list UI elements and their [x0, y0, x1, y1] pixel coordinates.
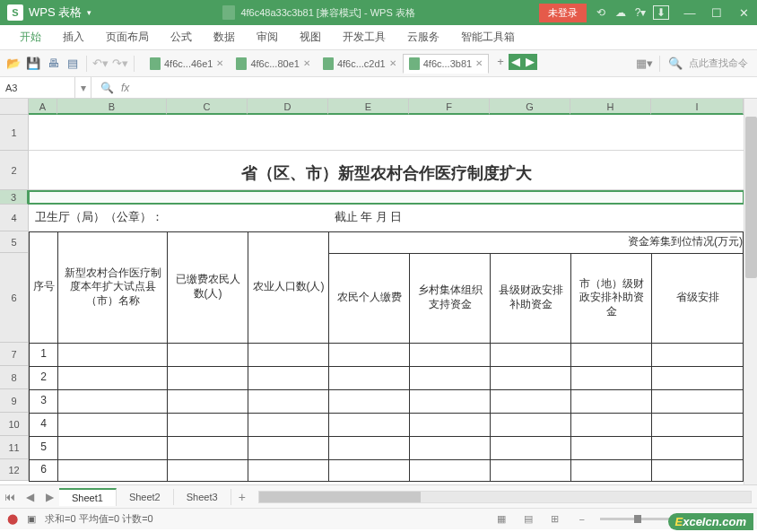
table-row[interactable]: 2 — [30, 366, 744, 389]
cloud-icon[interactable]: ☁ — [613, 5, 628, 20]
scrollbar-thumb[interactable] — [745, 117, 757, 278]
sheet-content[interactable]: 省（区、市）新型农村合作医疗制度扩大 卫生厅（局）（公章）： 截止 年 月 日 … — [29, 115, 744, 482]
horizontal-scrollbar[interactable] — [258, 491, 752, 503]
toolbar-separator — [659, 56, 660, 72]
search-fx-icon[interactable]: 🔍 — [100, 82, 114, 94]
table-row[interactable]: 6 — [30, 459, 744, 481]
cell-seq: 5 — [30, 436, 58, 459]
doc-tab-active[interactable]: 4f6c...3b81✕ — [403, 54, 489, 74]
row-header-1[interactable]: 1 — [0, 115, 29, 151]
close-button[interactable]: ✕ — [730, 0, 757, 25]
row-header-12[interactable]: 12 — [0, 459, 29, 481]
print-icon[interactable]: 🖶 — [45, 56, 61, 72]
row-header-2[interactable]: 2 — [0, 151, 29, 190]
add-sheet-button[interactable]: + — [231, 490, 253, 504]
grid-icon[interactable]: ▦▾ — [636, 56, 652, 72]
menu-start[interactable]: 开始 — [9, 25, 52, 50]
sheet-nav-prev[interactable]: ◀ — [20, 491, 39, 503]
login-button[interactable]: 未登录 — [539, 4, 587, 22]
row-header-10[interactable]: 10 — [0, 413, 29, 436]
col-header-A[interactable]: A — [29, 99, 57, 115]
col-header-F[interactable]: F — [409, 99, 490, 115]
sync-icon[interactable]: ⟲ — [594, 5, 608, 20]
download-icon[interactable]: ⬇ — [653, 5, 669, 20]
menu-smart-tools[interactable]: 智能工具箱 — [450, 25, 526, 50]
menu-data[interactable]: 数据 — [203, 25, 246, 50]
row-header-11[interactable]: 11 — [0, 436, 29, 459]
close-icon[interactable]: ✕ — [216, 58, 223, 68]
search-icon[interactable]: 🔍 — [667, 56, 683, 72]
row-header-7[interactable]: 7 — [0, 343, 29, 366]
close-icon[interactable]: ✕ — [303, 58, 310, 68]
col-header-G[interactable]: G — [490, 99, 570, 115]
menu-review[interactable]: 审阅 — [246, 25, 289, 50]
col-header-B[interactable]: B — [57, 99, 167, 115]
data-table: 卫生厅（局）（公章）： 截止 年 月 日 序号 新型农村合作医疗制度本年扩大试点… — [29, 205, 744, 482]
tab-nav-left[interactable]: ◀ — [509, 54, 523, 70]
search-placeholder[interactable]: 点此查找命令 — [689, 57, 748, 70]
cell-seq: 3 — [30, 389, 58, 413]
sheet-tab-2[interactable]: Sheet2 — [117, 489, 174, 505]
tab-nav-right[interactable]: ▶ — [523, 54, 537, 70]
col-header-D[interactable]: D — [248, 99, 328, 115]
sheet-tab-1[interactable]: Sheet1 — [59, 488, 117, 506]
sheet-nav-first[interactable]: ⏮ — [0, 491, 20, 503]
col-header-C[interactable]: C — [167, 99, 248, 115]
table-row[interactable]: 3 — [30, 389, 744, 413]
menu-formula[interactable]: 公式 — [160, 25, 203, 50]
document-tabs: 4f6c...46e1✕ 4f6c...80e1✕ 4f6c...c2d1✕ 4… — [144, 54, 632, 74]
doc-tab[interactable]: 4f6c...46e1✕ — [144, 54, 230, 74]
help-icon[interactable]: ?▾ — [633, 5, 648, 20]
header-paid-farmers: 已缴费农民人数(人) — [168, 231, 248, 343]
zoom-thumb[interactable] — [634, 515, 641, 523]
row-header-8[interactable]: 8 — [0, 366, 29, 389]
menu-insert[interactable]: 插入 — [52, 25, 95, 50]
name-box-dropdown[interactable]: ▾ — [75, 77, 91, 98]
sheet-nav-next[interactable]: ▶ — [39, 491, 59, 503]
name-box[interactable]: A3 — [0, 77, 75, 98]
col-header-E[interactable]: E — [328, 99, 409, 115]
view-normal-icon[interactable]: ▦ — [492, 512, 510, 527]
row-header-5[interactable]: 5 — [0, 231, 29, 253]
minimize-button[interactable]: — — [676, 0, 703, 25]
table-row[interactable]: 1 — [30, 343, 744, 366]
row-header-3[interactable]: 3 — [0, 190, 29, 205]
maximize-button[interactable]: ☐ — [703, 0, 730, 25]
close-icon[interactable]: ✕ — [475, 58, 483, 68]
sheet-title: 省（区、市）新型农村合作医疗制度扩大 — [29, 151, 744, 190]
table-row[interactable]: 5 — [30, 436, 744, 459]
menu-view[interactable]: 视图 — [289, 25, 332, 50]
zoom-out-button[interactable]: − — [573, 512, 591, 527]
doc-tab-label: 4f6c...80e1 — [250, 58, 299, 69]
select-all-corner[interactable] — [0, 99, 29, 115]
view-break-icon[interactable]: ⊞ — [546, 512, 564, 527]
row-header-9[interactable]: 9 — [0, 389, 29, 413]
undo-icon[interactable]: ↶▾ — [92, 56, 109, 72]
view-page-icon[interactable]: ▤ — [519, 512, 537, 527]
doc-tab[interactable]: 4f6c...c2d1✕ — [317, 54, 403, 74]
add-tab-button[interactable]: + — [492, 54, 509, 70]
menu-cloud[interactable]: 云服务 — [396, 25, 450, 50]
save-icon[interactable]: 💾 — [25, 56, 41, 72]
sheet-tab-3[interactable]: Sheet3 — [174, 489, 231, 505]
zoom-slider[interactable] — [600, 518, 672, 520]
doc-tab[interactable]: 4f6c...80e1✕ — [230, 54, 316, 74]
header-fund-group: 资金筹集到位情况(万元) — [329, 231, 744, 253]
row-header-6[interactable]: 6 — [0, 253, 29, 343]
fx-icon[interactable]: fx — [121, 82, 129, 94]
dropdown-icon[interactable]: ▾ — [87, 8, 91, 17]
close-icon[interactable]: ✕ — [389, 58, 396, 68]
status-layer-icon[interactable]: ▣ — [27, 513, 36, 525]
menu-dev-tools[interactable]: 开发工具 — [332, 25, 396, 50]
print-preview-icon[interactable]: ▤ — [65, 56, 81, 72]
vertical-scrollbar[interactable] — [744, 99, 757, 484]
table-row[interactable]: 4 — [30, 413, 744, 436]
col-header-H[interactable]: H — [570, 99, 651, 115]
col-header-I[interactable]: I — [651, 99, 744, 115]
row-header-4[interactable]: 4 — [0, 205, 29, 231]
open-icon[interactable]: 📂 — [5, 56, 22, 72]
redo-icon[interactable]: ↷▾ — [112, 56, 128, 72]
status-record-icon[interactable]: ⬤ — [7, 513, 18, 525]
menu-page-layout[interactable]: 页面布局 — [95, 25, 160, 50]
hscroll-thumb[interactable] — [259, 492, 421, 502]
